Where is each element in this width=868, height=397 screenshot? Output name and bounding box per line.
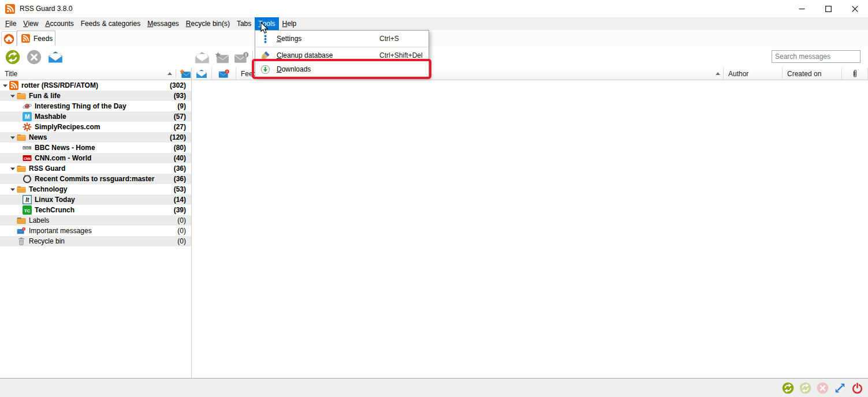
feed-row-techcrunch[interactable]: TCTechCrunch(39) bbox=[0, 205, 191, 215]
power-quit-button[interactable] bbox=[851, 382, 863, 394]
update-feeds-disabled-icon bbox=[799, 382, 811, 394]
message-column-read-column[interactable] bbox=[191, 68, 212, 80]
maximize-button[interactable] bbox=[815, 0, 841, 17]
stop-update-button[interactable] bbox=[26, 49, 42, 65]
feed-row-labels[interactable]: Labels(0) bbox=[0, 215, 191, 226]
pane-splitter[interactable] bbox=[191, 68, 192, 378]
feed-title: News bbox=[29, 133, 170, 141]
feed-row-important-messages[interactable]: Important messages(0) bbox=[0, 226, 191, 236]
menu-item-cleanup-database[interactable]: Cleanup databaseCtrl+Shift+Del bbox=[255, 48, 429, 62]
mark-message-starred-button[interactable] bbox=[214, 50, 229, 65]
folder-icon bbox=[17, 91, 26, 100]
message-column-important-column[interactable] bbox=[212, 68, 236, 80]
feed-unread-count: (27) bbox=[174, 123, 191, 131]
message-column-attachment-column[interactable] bbox=[842, 68, 868, 80]
feed-row-technology[interactable]: Technology(53) bbox=[0, 184, 191, 194]
techcrunch-icon: TC bbox=[23, 205, 32, 215]
menu-item-settings[interactable]: SettingsCtrl+S bbox=[255, 32, 429, 46]
feed-row-interesting-thing-of-the-day[interactable]: Interesting Thing of the Day(9) bbox=[0, 101, 191, 111]
menubar-item-accounts[interactable]: Accounts bbox=[42, 17, 77, 30]
menubar-item-view[interactable]: View bbox=[20, 17, 42, 30]
feed-row-mashable[interactable]: MMashable(57) bbox=[0, 111, 191, 122]
search-messages-input[interactable] bbox=[772, 50, 860, 63]
svg-text:CNN: CNN bbox=[24, 157, 31, 160]
mark-message-starred-icon bbox=[214, 50, 229, 65]
home-icon bbox=[3, 33, 14, 44]
feed-row-bbc-news-home[interactable]: BBCBBC News - Home(80) bbox=[0, 143, 191, 153]
feed-unread-count: (36) bbox=[174, 175, 191, 183]
message-column-created-on[interactable]: Created on bbox=[783, 68, 842, 80]
minimize-button[interactable] bbox=[788, 0, 815, 17]
mouse-cursor bbox=[260, 22, 269, 35]
settings-icon bbox=[260, 34, 270, 44]
feed-unread-count: (120) bbox=[170, 133, 191, 141]
svg-text:B: B bbox=[23, 147, 25, 149]
message-toolbar-group bbox=[194, 50, 249, 65]
menubar-item-file[interactable]: File bbox=[2, 17, 20, 30]
feed-row-cnn-com-world[interactable]: CNNCNN.com - World(40) bbox=[0, 153, 191, 163]
github-icon bbox=[23, 174, 32, 183]
menubar-item-recycle-bin-s-[interactable]: Recycle bin(s) bbox=[182, 17, 233, 30]
feed-row-linux-today[interactable]: ltLinux Today(14) bbox=[0, 194, 191, 205]
menubar-item-messages[interactable]: Messages bbox=[144, 17, 182, 30]
cnn-icon: CNN bbox=[23, 153, 32, 163]
update-feeds-button[interactable] bbox=[5, 49, 20, 65]
message-column-author[interactable]: Author bbox=[724, 68, 783, 80]
feed-unread-count: (39) bbox=[174, 206, 191, 214]
feed-title: Important messages bbox=[29, 227, 177, 235]
read-column-icon bbox=[196, 69, 207, 78]
feed-row-rss-guard[interactable]: RSS Guard(36) bbox=[0, 163, 191, 174]
update-feeds-icon bbox=[5, 50, 20, 65]
svg-text:lt: lt bbox=[25, 197, 29, 203]
important-column-icon bbox=[218, 69, 230, 78]
feed-row-simplyrecipes-com[interactable]: SimplyRecipes.com(27) bbox=[0, 122, 191, 132]
app-logo-rss-icon bbox=[5, 4, 15, 14]
power-quit-icon bbox=[851, 382, 863, 394]
feed-title: CNN.com - World bbox=[35, 154, 174, 162]
feed-unread-count: (36) bbox=[174, 164, 191, 173]
feed-toolbar-group bbox=[5, 49, 63, 65]
feed-title: Recycle bin bbox=[29, 237, 177, 245]
feed-row-rotter-rss-rdf-atom[interactable]: rotter (RSS/RDF/ATOM)(302) bbox=[0, 80, 191, 91]
expander-icon[interactable] bbox=[10, 134, 16, 140]
menubar-item-help[interactable]: Help bbox=[279, 17, 300, 30]
feed-title: TechCrunch bbox=[35, 206, 174, 214]
menu-item-shortcut: Ctrl+Shift+Del bbox=[379, 51, 423, 59]
update-feeds-button[interactable] bbox=[782, 382, 794, 394]
expander-icon[interactable] bbox=[2, 83, 8, 88]
mark-read-button[interactable] bbox=[47, 49, 63, 65]
menubar-item-tabs[interactable]: Tabs bbox=[233, 17, 255, 30]
linuxtoday-icon: lt bbox=[23, 195, 32, 204]
menubar-item-feeds-categories[interactable]: Feeds & categories bbox=[77, 17, 144, 30]
expander-icon[interactable] bbox=[10, 166, 16, 171]
feed-row-recent-commits-to-rssguard-master[interactable]: Recent Commits to rssguard:master(36) bbox=[0, 174, 191, 184]
tools-menu: SettingsCtrl+SCleanup databaseCtrl+Shift… bbox=[255, 30, 429, 78]
folder-icon bbox=[17, 133, 26, 142]
stop-update-disabled-icon bbox=[817, 382, 829, 394]
feeds-header-title[interactable]: Title bbox=[0, 68, 191, 80]
window-controls bbox=[788, 0, 868, 17]
menu-item-label: Settings bbox=[277, 35, 301, 43]
feed-row-recycle-bin[interactable]: Recycle bin(0) bbox=[0, 236, 191, 246]
toolbar bbox=[0, 46, 868, 68]
expander-icon[interactable] bbox=[10, 186, 16, 192]
expander-spacer bbox=[10, 238, 16, 244]
menu-item-downloads[interactable]: Downloads bbox=[255, 62, 429, 76]
downloads-icon bbox=[260, 65, 270, 74]
mark-message-read-button[interactable] bbox=[194, 50, 210, 65]
fullscreen-button[interactable] bbox=[834, 382, 846, 394]
menu-bar: FileViewAccountsFeeds & categoriesMessag… bbox=[0, 17, 868, 30]
feed-title: Mashable bbox=[35, 113, 174, 121]
feed-row-fun-life[interactable]: Fun & life(93) bbox=[0, 91, 191, 101]
feed-title: Linux Today bbox=[35, 196, 174, 204]
tab-bar: Feeds bbox=[0, 30, 868, 46]
feed-title: Interesting Thing of the Day bbox=[35, 102, 177, 110]
expander-icon[interactable] bbox=[10, 93, 16, 99]
column-label: Author bbox=[728, 70, 748, 78]
mark-message-important-button[interactable] bbox=[233, 50, 249, 65]
home-button[interactable] bbox=[1, 31, 17, 47]
feed-row-news[interactable]: News(120) bbox=[0, 132, 191, 143]
important-messages-icon bbox=[17, 226, 26, 235]
tab-feeds[interactable]: Feeds bbox=[17, 31, 55, 46]
close-button[interactable] bbox=[841, 0, 868, 17]
